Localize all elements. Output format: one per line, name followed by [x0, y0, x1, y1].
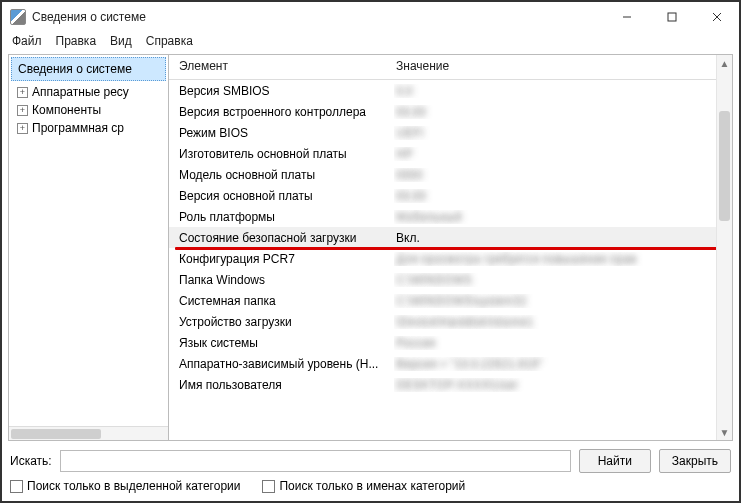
svg-rect-1 [668, 13, 676, 21]
table-row[interactable]: Аппаратно-зависимый уровень (H...Версия … [169, 353, 732, 374]
tree-item-label: Аппаратные ресу [32, 85, 129, 99]
cell-value: Версия = "10.0.22621.819" [394, 357, 732, 371]
table-row[interactable]: Системная папкаC:\WINDOWS\system32 [169, 290, 732, 311]
tree-item[interactable]: +Аппаратные ресу [15, 83, 168, 101]
column-element[interactable]: Элемент [169, 59, 394, 73]
cell-value: Россия [394, 336, 732, 350]
table-row[interactable]: Имя пользователяDESKTOP-XXXX\User [169, 374, 732, 395]
cell-value: HP [394, 147, 732, 161]
cell-element: Папка Windows [169, 273, 394, 287]
app-icon [10, 9, 26, 25]
table-row[interactable]: Устройство загрузки\Device\HarddiskVolum… [169, 311, 732, 332]
cell-element: Роль платформы [169, 210, 394, 224]
menubar: Файл Правка Вид Справка [2, 32, 739, 52]
cell-value: Для просмотра требуется повышение прав [394, 252, 732, 266]
find-button[interactable]: Найти [579, 449, 651, 473]
cell-element: Язык системы [169, 336, 394, 350]
maximize-button[interactable] [649, 2, 694, 32]
table-row[interactable]: Версия SMBIOS0.0 [169, 80, 732, 101]
cell-value: 0000 [394, 168, 732, 182]
cell-value: DESKTOP-XXXX\User [394, 378, 732, 392]
cell-value: C:\WINDOWS [394, 273, 732, 287]
details-list: Элемент Значение Версия SMBIOS0.0Версия … [169, 55, 732, 440]
table-row[interactable]: Версия встроенного контроллера00.00 [169, 101, 732, 122]
table-row[interactable]: Изготовитель основной платыHP [169, 143, 732, 164]
table-row[interactable]: Версия основной платы00.00 [169, 185, 732, 206]
search-bar: Искать: Найти Закрыть [2, 443, 739, 477]
close-search-button[interactable]: Закрыть [659, 449, 731, 473]
checkbox-names-only[interactable]: Поиск только в именах категорий [262, 479, 465, 493]
menu-view[interactable]: Вид [110, 34, 132, 48]
table-row[interactable]: Состояние безопасной загрузкиВкл. [169, 227, 732, 248]
cell-element: Устройство загрузки [169, 315, 394, 329]
checkbox-label: Поиск только в выделенной категории [27, 479, 240, 493]
cell-element: Версия основной платы [169, 189, 394, 203]
table-row[interactable]: Папка WindowsC:\WINDOWS [169, 269, 732, 290]
menu-file[interactable]: Файл [12, 34, 42, 48]
cell-value: \Device\HarddiskVolume1 [394, 315, 732, 329]
tree-root[interactable]: Сведения о системе [11, 57, 166, 81]
close-button[interactable] [694, 2, 739, 32]
category-tree[interactable]: Сведения о системе +Аппаратные ресу+Комп… [9, 55, 169, 440]
cell-element: Аппаратно-зависимый уровень (H... [169, 357, 394, 371]
tree-item-label: Программная ср [32, 121, 124, 135]
scrollbar-thumb[interactable] [11, 429, 101, 439]
tree-item[interactable]: +Компоненты [15, 101, 168, 119]
table-row[interactable]: Конфигурация PCR7Для просмотра требуется… [169, 248, 732, 269]
table-row[interactable]: Роль платформыМобильный [169, 206, 732, 227]
checkbox-icon [10, 480, 23, 493]
cell-value: UEFI [394, 126, 732, 140]
content-area: Сведения о системе +Аппаратные ресу+Комп… [8, 54, 733, 441]
table-row[interactable]: Модель основной платы0000 [169, 164, 732, 185]
vertical-scrollbar[interactable]: ▲ ▼ [716, 55, 732, 440]
cell-value: 00.00 [394, 189, 732, 203]
menu-edit[interactable]: Правка [56, 34, 97, 48]
scrollbar-thumb[interactable] [719, 111, 730, 221]
cell-element: Конфигурация PCR7 [169, 252, 394, 266]
cell-element: Системная папка [169, 294, 394, 308]
list-rows: Версия SMBIOS0.0Версия встроенного контр… [169, 80, 732, 440]
cell-element: Модель основной платы [169, 168, 394, 182]
expand-icon[interactable]: + [17, 87, 28, 98]
cell-element: Версия встроенного контроллера [169, 105, 394, 119]
cell-value: 0.0 [394, 84, 732, 98]
expand-icon[interactable]: + [17, 123, 28, 134]
cell-element: Состояние безопасной загрузки [169, 231, 394, 245]
search-label: Искать: [10, 454, 52, 468]
table-row[interactable]: Режим BIOSUEFI [169, 122, 732, 143]
cell-element: Режим BIOS [169, 126, 394, 140]
table-row[interactable]: Язык системыРоссия [169, 332, 732, 353]
titlebar: Сведения о системе [2, 2, 739, 32]
expand-icon[interactable]: + [17, 105, 28, 116]
checkbox-label: Поиск только в именах категорий [279, 479, 465, 493]
checkbox-selected-category[interactable]: Поиск только в выделенной категории [10, 479, 240, 493]
cell-element: Имя пользователя [169, 378, 394, 392]
cell-value: Вкл. [394, 231, 732, 245]
cell-element: Изготовитель основной платы [169, 147, 394, 161]
search-input[interactable] [60, 450, 571, 472]
cell-value: Мобильный [394, 210, 732, 224]
menu-help[interactable]: Справка [146, 34, 193, 48]
search-options: Поиск только в выделенной категории Поис… [2, 477, 739, 501]
minimize-button[interactable] [604, 2, 649, 32]
tree-item-label: Компоненты [32, 103, 101, 117]
scroll-down-icon[interactable]: ▼ [717, 424, 732, 440]
column-value[interactable]: Значение [394, 59, 732, 73]
cell-value: C:\WINDOWS\system32 [394, 294, 732, 308]
cell-value: 00.00 [394, 105, 732, 119]
checkbox-icon [262, 480, 275, 493]
scroll-up-icon[interactable]: ▲ [717, 55, 732, 71]
list-header: Элемент Значение [169, 55, 732, 80]
tree-horizontal-scrollbar[interactable] [9, 426, 168, 440]
tree-item[interactable]: +Программная ср [15, 119, 168, 137]
window-title: Сведения о системе [32, 10, 146, 24]
cell-element: Версия SMBIOS [169, 84, 394, 98]
